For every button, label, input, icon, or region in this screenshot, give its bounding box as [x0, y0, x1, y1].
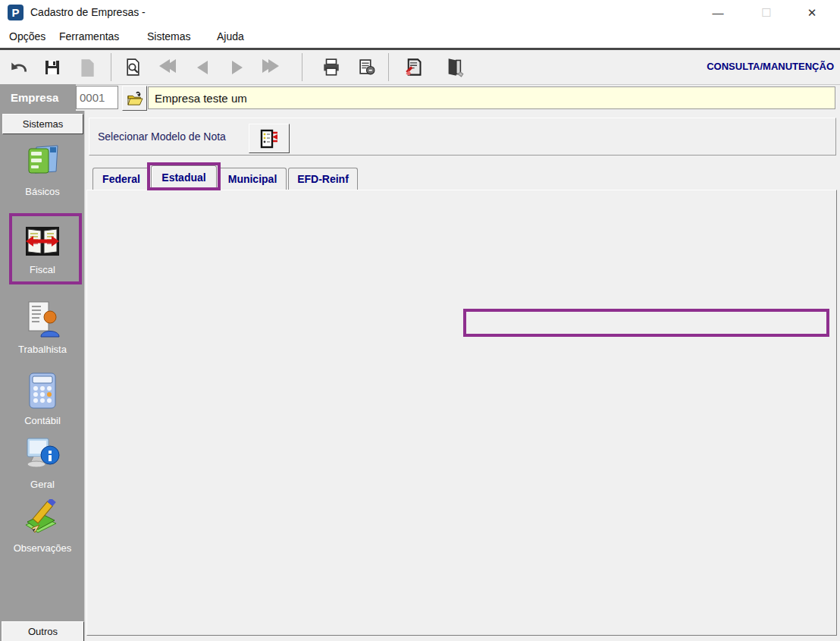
tab-federal[interactable]: Federal [92, 168, 150, 190]
clear-record-icon [403, 57, 424, 77]
previous-record-icon [197, 61, 208, 74]
sidebar-item-trabalhista[interactable]: Trabalhista [0, 300, 85, 355]
sidebar: Sistemas Básicos Fiscal Trabalhista Cont… [0, 111, 85, 641]
first-record-icon [159, 59, 176, 76]
save-icon [43, 58, 61, 77]
menu-opcoes[interactable]: Opções [5, 26, 50, 48]
last-record-icon [262, 59, 279, 76]
save-button[interactable] [39, 55, 65, 80]
previous-record-button[interactable] [190, 55, 215, 80]
sidebar-item-geral[interactable]: Geral [0, 435, 85, 490]
sidebar-item-label: Trabalhista [0, 344, 85, 355]
title-bar: P Cadastro de Empresas - — ☐ ✕ [0, 0, 840, 27]
exit-button[interactable] [441, 55, 467, 80]
menu-ferramentas[interactable]: Ferramentas [55, 26, 124, 48]
minimize-icon: — [713, 6, 724, 19]
mode-status-label: CONSULTA/MANUTENÇÃO [707, 61, 834, 72]
sidebar-item-basicos[interactable]: Básicos [0, 144, 85, 197]
undo-button[interactable] [6, 55, 32, 80]
sidebar-item-contabil[interactable]: Contábil [0, 372, 85, 426]
menu-ajuda[interactable]: Ajuda [212, 26, 249, 48]
empresa-label: Empresa [0, 84, 76, 111]
app-window: P Cadastro de Empresas - — ☐ ✕ Opções Fe… [0, 0, 840, 641]
window-title: Cadastro de Empresas - [30, 6, 146, 18]
sidebar-item-label: Contábil [0, 415, 85, 426]
tab-efd-reinf[interactable]: EFD-Reinf [288, 168, 358, 190]
print-button[interactable] [318, 55, 344, 80]
empresa-name-field[interactable] [148, 86, 835, 109]
notebook-icon [259, 128, 279, 149]
sidebar-item-label: Fiscal [0, 264, 85, 275]
next-record-button[interactable] [224, 55, 250, 80]
tab-estadual[interactable]: Estadual [151, 165, 217, 190]
toolbar-separator [388, 53, 389, 81]
empresa-code-input[interactable] [76, 86, 118, 109]
sidebar-item-fiscal[interactable]: Fiscal [0, 224, 85, 275]
geral-icon [23, 435, 62, 473]
sidebar-item-label: Básicos [0, 186, 85, 197]
close-button[interactable]: ✕ [795, 0, 829, 25]
next-record-icon [232, 61, 243, 74]
open-empresa-button[interactable] [122, 86, 147, 111]
preview-button[interactable] [120, 55, 146, 80]
clear-button[interactable] [400, 55, 426, 80]
toolbar-separator [111, 53, 111, 81]
minimize-button[interactable]: — [701, 0, 735, 25]
sidebar-button-outros[interactable]: Outros [2, 621, 84, 641]
sidebar-button-sistemas[interactable]: Sistemas [2, 114, 83, 134]
trabalhista-icon [23, 300, 62, 338]
print-report-button[interactable] [353, 55, 379, 80]
fiscal-icon [23, 224, 62, 259]
sidebar-item-label: Observações [0, 542, 85, 554]
maximize-icon: ☐ [761, 6, 771, 19]
basicos-icon [23, 144, 62, 181]
tab-page-estadual [86, 190, 837, 636]
menu-bar: Opções Ferramentas Sistemas Ajuda [0, 26, 840, 48]
cancel-document-icon [77, 58, 97, 77]
app-logo-icon: P [8, 5, 24, 20]
contabil-icon [25, 372, 60, 410]
undo-icon [9, 58, 29, 77]
sidebar-item-observacoes[interactable]: Observações [0, 499, 85, 554]
select-model-label: Selecionar Modelo de Nota [98, 130, 226, 143]
observacoes-icon [23, 499, 62, 537]
toolbar: CONSULTA/MANUTENÇÃO [0, 50, 840, 85]
printer-icon [321, 58, 341, 77]
tab-municipal[interactable]: Municipal [218, 168, 287, 190]
report-icon [357, 58, 376, 77]
first-record-button[interactable] [155, 55, 180, 80]
maximize-button[interactable]: ☐ [749, 0, 784, 25]
toolbar-separator [302, 53, 302, 81]
preview-icon [124, 58, 143, 77]
menu-sistemas[interactable]: Sistemas [143, 26, 196, 48]
exit-door-icon [444, 57, 465, 77]
select-model-button[interactable] [249, 124, 290, 153]
sidebar-item-label: Geral [0, 479, 85, 490]
select-model-panel: Selecionar Modelo de Nota [89, 118, 836, 156]
last-record-button[interactable] [258, 55, 284, 80]
cancel-button[interactable] [74, 55, 100, 80]
folder-open-icon [127, 91, 143, 106]
close-icon: ✕ [807, 6, 817, 19]
